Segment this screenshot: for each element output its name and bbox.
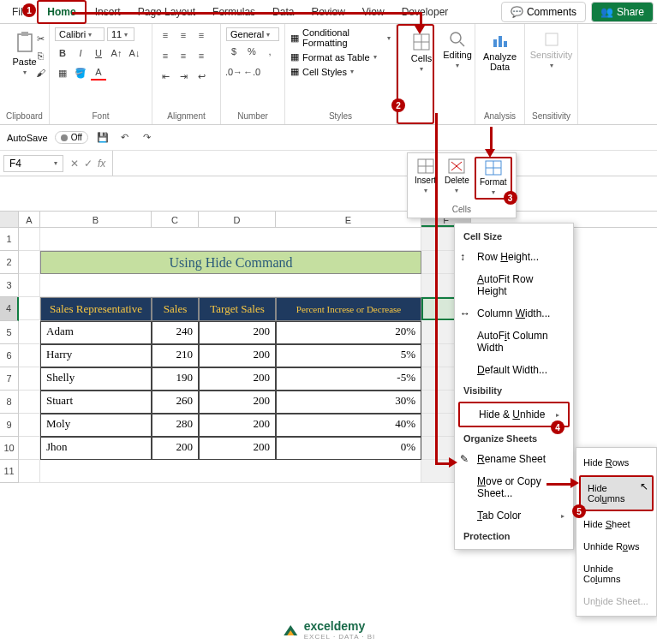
menu-tab-color[interactable]: Tab Color▸ — [455, 504, 573, 527]
percent-icon[interactable]: % — [244, 44, 260, 59]
align-right-icon[interactable]: ≡ — [194, 48, 209, 63]
font-name-combo[interactable]: Calibri▾ — [55, 27, 105, 41]
menu-rename-sheet[interactable]: ✎Rename Sheet — [455, 448, 573, 470]
row-4[interactable]: 4 — [0, 297, 19, 321]
share-button[interactable]: 👥Share — [591, 2, 654, 22]
group-cells[interactable]: 2 Cells ▾ — [397, 24, 434, 124]
underline-button[interactable]: U — [91, 45, 106, 61]
col-B[interactable]: B — [40, 212, 152, 227]
cancel-formula-icon[interactable]: ✕ — [70, 158, 79, 170]
format-cells-button[interactable]: 3 Format▾ — [475, 157, 512, 200]
cell-name[interactable]: Harry — [40, 344, 152, 367]
menu-row-height[interactable]: ↕Row Height... — [455, 246, 573, 268]
cell-pct[interactable]: 40% — [276, 414, 421, 437]
row-7[interactable]: 7 — [0, 367, 19, 391]
row-11[interactable]: 11 — [0, 460, 19, 483]
col-E[interactable]: E — [276, 212, 421, 227]
row-6[interactable]: 6 — [0, 344, 19, 367]
submenu-hide-sheet[interactable]: Hide Sheet — [576, 513, 656, 535]
row-3[interactable]: 3 — [0, 274, 19, 297]
currency-icon[interactable]: $ — [226, 44, 242, 59]
border-button[interactable]: ▦ — [55, 65, 70, 80]
row-1[interactable]: 1 — [0, 228, 19, 251]
cell-target[interactable]: 200 — [199, 414, 276, 437]
name-box[interactable]: F4▾ — [3, 155, 63, 172]
cell-sales[interactable]: 200 — [152, 437, 199, 460]
analyze-button[interactable]: Analyze Data — [481, 27, 519, 75]
cell-target[interactable]: 200 — [199, 437, 276, 460]
row-5[interactable]: 5 — [0, 321, 19, 344]
comments-button[interactable]: 💬Comments — [501, 2, 586, 22]
cell-target[interactable]: 200 — [199, 321, 276, 344]
menu-autofit-col[interactable]: AutoFit Column Width — [455, 325, 573, 359]
cell-target[interactable]: 200 — [199, 344, 276, 367]
select-all-corner[interactable] — [0, 212, 19, 227]
row-2[interactable]: 2 — [0, 251, 19, 274]
redo-icon[interactable]: ↷ — [140, 130, 155, 146]
cell-name[interactable]: Jhon — [40, 437, 152, 460]
cell-pct[interactable]: -5% — [276, 367, 421, 391]
number-format-combo[interactable]: General▾ — [226, 27, 279, 41]
cut-icon[interactable]: ✂ — [33, 31, 48, 46]
align-bot-icon[interactable]: ≡ — [194, 27, 209, 43]
indent-inc-icon[interactable]: ⇥ — [176, 69, 191, 84]
dec-decimal-icon[interactable]: ←.0 — [244, 64, 260, 80]
wrap-text-icon[interactable]: ↩ — [194, 69, 209, 84]
align-mid-icon[interactable]: ≡ — [176, 27, 191, 43]
align-left-icon[interactable]: ≡ — [158, 48, 173, 63]
decrease-font-icon[interactable]: A↓ — [127, 45, 142, 61]
row-8[interactable]: 8 — [0, 391, 19, 414]
cell-sales[interactable]: 210 — [152, 344, 199, 367]
cell-name[interactable]: Shelly — [40, 367, 152, 391]
align-top-icon[interactable]: ≡ — [158, 27, 173, 43]
enter-formula-icon[interactable]: ✓ — [84, 158, 93, 170]
cells-button[interactable]: Cells ▾ — [403, 29, 439, 76]
italic-button[interactable]: I — [73, 45, 88, 61]
editing-button[interactable]: Editing ▾ — [439, 27, 475, 73]
font-color-button[interactable]: A — [91, 65, 106, 80]
row-9[interactable]: 9 — [0, 414, 19, 437]
format-table-button[interactable]: ▦Format as Table▾ — [290, 51, 391, 63]
menu-move-copy[interactable]: Move or Copy Sheet... — [455, 470, 573, 504]
cell-pct[interactable]: 30% — [276, 391, 421, 414]
cell-name[interactable]: Stuart — [40, 391, 152, 414]
menu-hide-unhide[interactable]: Hide & Unhide▸ 4 — [458, 402, 570, 427]
cell-pct[interactable]: 5% — [276, 344, 421, 367]
font-size-combo[interactable]: 11▾ — [107, 27, 134, 41]
inc-decimal-icon[interactable]: .0→ — [226, 64, 242, 80]
submenu-unhide-rows[interactable]: Unhide Rows — [576, 535, 656, 558]
align-center-icon[interactable]: ≡ — [176, 48, 191, 63]
cell-name[interactable]: Adam — [40, 321, 152, 344]
save-icon[interactable]: 💾 — [95, 130, 110, 146]
submenu-unhide-cols[interactable]: Unhide Columns — [576, 558, 656, 590]
cell-target[interactable]: 200 — [199, 367, 276, 391]
cell-target[interactable]: 200 — [199, 391, 276, 414]
cell-styles-button[interactable]: ▦Cell Styles▾ — [290, 66, 391, 77]
undo-icon[interactable]: ↶ — [117, 130, 133, 146]
increase-font-icon[interactable]: A↑ — [109, 45, 124, 61]
col-C[interactable]: C — [152, 212, 199, 227]
cell-sales[interactable]: 240 — [152, 321, 199, 344]
cell-sales[interactable]: 280 — [152, 414, 199, 437]
menu-autofit-row[interactable]: AutoFit Row Height — [455, 268, 573, 302]
copy-icon[interactable]: ⎘ — [33, 48, 48, 63]
submenu-hide-rows[interactable]: Hide Rows — [576, 451, 656, 474]
cell-name[interactable]: Moly — [40, 414, 152, 437]
bold-button[interactable]: B — [55, 45, 70, 61]
comma-icon[interactable]: , — [262, 44, 278, 59]
fill-color-button[interactable]: 🪣 — [73, 65, 88, 80]
row-10[interactable]: 10 — [0, 437, 19, 460]
cell-pct[interactable]: 20% — [276, 321, 421, 344]
cell-sales[interactable]: 260 — [152, 391, 199, 414]
cell-sales[interactable]: 190 — [152, 367, 199, 391]
fx-icon[interactable]: fx — [98, 158, 105, 170]
menu-default-width[interactable]: Default Width... — [455, 359, 573, 381]
delete-cells-button[interactable]: Delete▾ — [441, 157, 473, 200]
col-D[interactable]: D — [199, 212, 276, 227]
col-A[interactable]: A — [19, 212, 40, 227]
indent-dec-icon[interactable]: ⇤ — [158, 69, 173, 84]
sensitivity-button[interactable]: Sensitivity ▾ — [530, 27, 572, 73]
formula-bar[interactable] — [112, 151, 657, 176]
menu-col-width[interactable]: ↔Column Width... — [455, 302, 573, 325]
autosave-toggle[interactable]: Off — [55, 131, 88, 144]
